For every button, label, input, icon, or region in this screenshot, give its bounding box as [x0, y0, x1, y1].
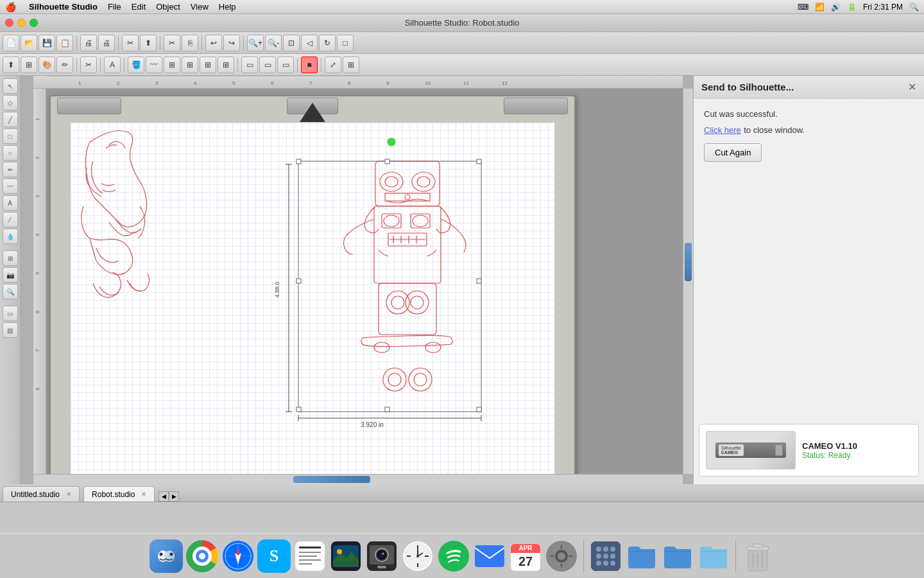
dock-item-sysprefs[interactable] [545, 539, 578, 573]
svg-point-117 [610, 547, 615, 552]
tb-save[interactable]: 💾 [38, 35, 55, 51]
scrollbar-thumb-v[interactable] [685, 243, 692, 281]
tb2-r2[interactable]: ▭ [259, 57, 276, 73]
tb-open[interactable]: 📂 [21, 35, 37, 51]
dock-item-chrome[interactable] [185, 539, 219, 573]
dock-item-clock[interactable] [401, 539, 434, 573]
dock-item-spotify[interactable] [437, 539, 470, 573]
lt-search[interactable]: 🔍 [3, 284, 18, 299]
tb2-r3[interactable]: ▭ [277, 57, 294, 73]
tb2-layers[interactable]: ⊞ [21, 57, 37, 73]
dock-item-photos[interactable] [329, 539, 363, 573]
maximize-button[interactable] [30, 19, 38, 27]
tb-print2[interactable]: 🖨 [98, 35, 115, 51]
dock-item-photobooth[interactable] [365, 539, 398, 573]
tb2-path[interactable]: 〰 [146, 57, 162, 73]
panel-close-button[interactable]: ✕ [908, 81, 916, 93]
dock-item-launchpad[interactable] [589, 539, 622, 573]
tb2-scissors[interactable]: ✂ [80, 57, 97, 73]
scrollbar-horizontal[interactable] [33, 474, 683, 484]
dock-item-finder[interactable] [150, 539, 183, 573]
canvas-scroll[interactable]: 1 2 3 4 5 6 7 8 [33, 89, 683, 474]
menu-object[interactable]: Object [156, 2, 180, 12]
apple-menu[interactable]: 🍎 [5, 2, 16, 12]
tb-undo[interactable]: ↩ [205, 35, 222, 51]
tb-import[interactable]: ⬆ [140, 35, 157, 51]
tb2-g3[interactable]: ⊞ [200, 57, 216, 73]
lt-layers-btn[interactable]: ⊞ [3, 250, 18, 266]
tb2-r1[interactable]: ▭ [241, 57, 258, 73]
tab-scroll-left[interactable]: ◀ [158, 491, 169, 502]
lt-ellipse[interactable]: ○ [3, 145, 18, 161]
dock-item-calendar[interactable]: APR 27 [509, 539, 542, 573]
close-button[interactable] [5, 19, 13, 27]
tb2-red[interactable]: ■ [301, 57, 318, 73]
tb2-send[interactable]: ⬆ [3, 57, 19, 73]
selection-handles: 3.920 in 4.88.0 [274, 159, 481, 428]
tb-trace[interactable]: ✂ [122, 35, 139, 51]
tb-cut[interactable]: ✂ [164, 35, 180, 51]
dock-item-textedit[interactable] [293, 539, 327, 573]
mat-roller-right [504, 98, 568, 114]
minimize-button[interactable] [17, 19, 26, 27]
dock-item-safari[interactable] [221, 539, 255, 573]
lt-unknown2[interactable]: ▤ [3, 322, 18, 338]
tab-robot[interactable]: Robot.studio ✕ [83, 486, 155, 502]
lt-pencil[interactable]: 〰 [3, 179, 18, 194]
lt-eyedrop[interactable]: 💧 [3, 229, 18, 244]
lt-line[interactable]: ╱ [3, 112, 18, 127]
lt-knife[interactable]: ∕ [3, 212, 18, 227]
canvas-area[interactable]: 1 2 3 4 5 6 7 8 9 10 11 12 [21, 76, 693, 484]
lt-node[interactable]: ◇ [3, 95, 18, 110]
tb-zoom-fit[interactable]: ⊡ [283, 35, 300, 51]
tb2-g2[interactable]: ⊞ [182, 57, 198, 73]
lt-unknown[interactable]: ▭ [3, 306, 18, 321]
tb-redo[interactable]: ↪ [223, 35, 240, 51]
lt-text[interactable]: A [3, 195, 18, 211]
tab-scroll-right[interactable]: ▶ [169, 491, 179, 502]
tab-untitled-close[interactable]: ✕ [66, 491, 71, 498]
tb-print[interactable]: 🖨 [80, 35, 97, 51]
tb-zoom-in[interactable]: 🔍+ [247, 35, 264, 51]
tb-square[interactable]: □ [337, 35, 354, 51]
svg-text:8: 8 [348, 80, 351, 86]
tab-robot-close[interactable]: ✕ [141, 491, 146, 498]
scrollbar-vertical[interactable] [683, 89, 693, 474]
scrollbar-thumb-h[interactable] [293, 476, 370, 483]
tb2-fill[interactable]: 🎨 [38, 57, 55, 73]
lt-media[interactable]: 📷 [3, 267, 18, 283]
tb-copy[interactable]: ⎘ [182, 35, 198, 51]
lt-rect[interactable]: □ [3, 128, 18, 144]
tb2-g4[interactable]: ⊞ [218, 57, 234, 73]
lt-pen[interactable]: ✏ [3, 162, 18, 177]
svg-rect-48 [385, 159, 389, 164]
menu-file[interactable]: File [108, 2, 121, 12]
tb-zoom-out[interactable]: 🔍- [265, 35, 282, 51]
tb2-grid[interactable]: ⊞ [343, 57, 359, 73]
tb-zoom-prev[interactable]: ◁ [301, 35, 318, 51]
click-here-link[interactable]: Click here [704, 125, 741, 135]
dock-item-mail[interactable] [473, 539, 506, 573]
tb2-expand[interactable]: ⤢ [325, 57, 341, 73]
menu-view[interactable]: View [191, 2, 209, 12]
tb-new[interactable]: 📄 [3, 35, 19, 51]
tb-rotate[interactable]: ↻ [319, 35, 336, 51]
dock-item-trash[interactable] [741, 539, 774, 573]
menu-edit[interactable]: Edit [132, 2, 146, 12]
tb-saveas[interactable]: 📋 [56, 35, 73, 51]
lt-select[interactable]: ↖ [3, 78, 18, 94]
tb2-fill2[interactable]: 🪣 [128, 57, 144, 73]
tb2-g1[interactable]: ⊞ [164, 57, 180, 73]
sep8 [124, 58, 124, 72]
tab-untitled[interactable]: Untitled.studio ✕ [3, 486, 80, 502]
dock-item-folder1[interactable] [625, 539, 658, 573]
dock-item-silhouette[interactable]: S [257, 539, 291, 573]
dock-item-folder2[interactable] [661, 539, 694, 573]
tb2-stroke[interactable]: ✏ [56, 57, 73, 73]
tb2-text[interactable]: A [104, 57, 121, 73]
dock-item-folder3[interactable] [697, 539, 730, 573]
menu-help[interactable]: Help [219, 2, 236, 12]
cut-again-button[interactable]: Cut Again [704, 143, 762, 162]
search-icon[interactable]: 🔍 [909, 3, 919, 12]
app-name[interactable]: Silhouette Studio [29, 2, 98, 12]
